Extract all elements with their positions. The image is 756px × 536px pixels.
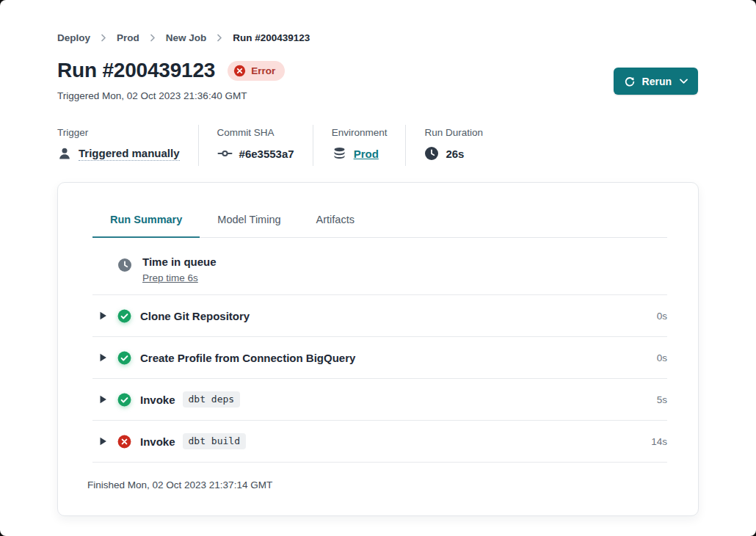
database-icon xyxy=(332,146,347,162)
success-check-icon xyxy=(117,309,131,323)
meta-environment: Environment Prod xyxy=(313,125,406,166)
person-icon xyxy=(57,146,72,161)
step-row-dbt-deps[interactable]: Invoke dbt deps 5s xyxy=(92,379,667,421)
tab-artifacts[interactable]: Artifacts xyxy=(299,214,372,238)
meta-duration-label: Run Duration xyxy=(424,127,483,138)
breadcrumb-deploy[interactable]: Deploy xyxy=(57,32,90,43)
title-row: Run #200439123 Error xyxy=(57,59,285,82)
step-list: Time in queue Prep time 6s Clone Git Rep… xyxy=(92,238,667,463)
rerun-icon xyxy=(624,76,636,87)
step-label: Create Profile from Connection BigQuery xyxy=(140,352,355,364)
breadcrumb-run-id: Run #200439123 xyxy=(233,32,310,43)
status-badge: Error xyxy=(228,61,285,81)
step-label: Clone Git Repository xyxy=(140,310,250,322)
step-row-dbt-build[interactable]: Invoke dbt build 14s xyxy=(92,421,667,463)
chevron-right-icon xyxy=(100,34,107,42)
queue-title: Time in queue xyxy=(142,256,217,268)
queue-clock-icon xyxy=(117,256,132,275)
tab-bar: Run Summary Model Timing Artifacts xyxy=(92,214,667,238)
error-circle-icon xyxy=(117,435,131,449)
tab-model-timing[interactable]: Model Timing xyxy=(200,214,298,238)
step-label: Invoke xyxy=(140,435,175,448)
page-title: Run #200439123 xyxy=(57,59,215,82)
error-circle-icon xyxy=(233,65,246,77)
meta-commit-label: Commit SHA xyxy=(217,127,294,138)
rerun-button-label: Rerun xyxy=(642,76,672,87)
step-row-clone-git[interactable]: Clone Git Repository 0s xyxy=(92,295,667,337)
time-in-queue-row: Time in queue Prep time 6s xyxy=(92,238,667,295)
caret-right-icon[interactable] xyxy=(100,395,107,404)
commit-icon xyxy=(217,146,233,161)
run-duration-value: 26s xyxy=(446,148,464,160)
meta-trigger: Trigger Triggered manually xyxy=(57,125,198,166)
step-duration: 5s xyxy=(657,394,667,405)
clock-icon xyxy=(424,146,439,161)
triggered-timestamp: Triggered Mon, 02 Oct 2023 21:36:40 GMT xyxy=(57,90,247,101)
meta-trigger-label: Trigger xyxy=(57,127,180,138)
prep-time-link[interactable]: Prep time 6s xyxy=(142,272,198,283)
breadcrumb-prod[interactable]: Prod xyxy=(117,32,139,43)
step-duration: 0s xyxy=(657,352,667,363)
finished-timestamp: Finished Mon, 02 Oct 2023 21:37:14 GMT xyxy=(87,463,667,490)
caret-right-icon[interactable] xyxy=(100,353,107,362)
step-duration: 0s xyxy=(657,311,667,322)
chevron-down-icon xyxy=(680,79,688,84)
rerun-button[interactable]: Rerun xyxy=(614,68,698,95)
meta-commit-sha: Commit SHA #6e3553a7 xyxy=(198,125,313,166)
chevron-right-icon xyxy=(149,34,156,42)
run-summary-card: Run Summary Model Timing Artifacts Time … xyxy=(57,182,699,516)
caret-right-icon[interactable] xyxy=(100,437,107,446)
breadcrumb: Deploy Prod New Job Run #200439123 xyxy=(57,32,310,43)
step-command-chip: dbt build xyxy=(183,433,246,449)
chevron-right-icon xyxy=(216,34,223,42)
breadcrumb-new-job[interactable]: New Job xyxy=(166,32,207,43)
step-command-chip: dbt deps xyxy=(183,391,241,408)
meta-run-duration: Run Duration 26s xyxy=(405,125,501,166)
tab-run-summary[interactable]: Run Summary xyxy=(92,214,200,238)
meta-environment-label: Environment xyxy=(332,127,388,138)
trigger-value[interactable]: Triggered manually xyxy=(79,147,180,161)
run-metadata-row: Trigger Triggered manually Commit SHA #6… xyxy=(57,125,699,166)
environment-link[interactable]: Prod xyxy=(354,148,379,160)
step-row-create-profile[interactable]: Create Profile from Connection BigQuery … xyxy=(92,337,667,379)
caret-right-icon[interactable] xyxy=(100,311,107,320)
run-detail-page: Deploy Prod New Job Run #200439123 Run #… xyxy=(0,0,756,536)
success-check-icon xyxy=(117,351,131,365)
step-label: Invoke xyxy=(140,394,175,406)
status-badge-label: Error xyxy=(251,65,275,76)
success-check-icon xyxy=(117,393,131,407)
step-duration: 14s xyxy=(651,436,667,447)
commit-sha-value: #6e3553a7 xyxy=(239,148,294,160)
